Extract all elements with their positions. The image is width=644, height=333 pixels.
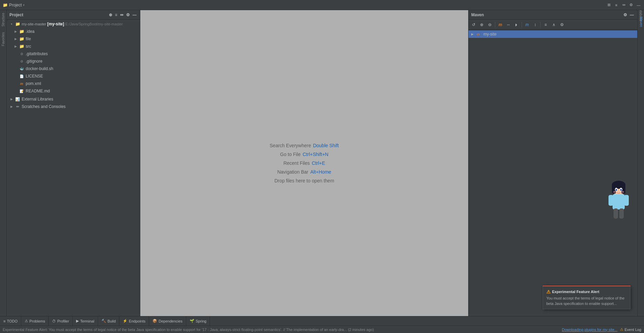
project-panel: Project ⊕ ≡ ⇔ ⚙ — ▾ 📁 my-site-master [my…	[7, 10, 140, 316]
dependencies-icon: 📦	[152, 319, 157, 323]
tree-label-pom: pom.xml	[26, 81, 41, 86]
anime-character	[603, 181, 634, 221]
title-minimize-icon[interactable]: —	[636, 2, 641, 8]
maven-panel: Maven ⚙ — ↺ ⊕ ⊖ m ↔ ⏵ m ↕ ≡ ∧ ⚙ ▶	[468, 10, 637, 316]
tree-arrow-gitattributes	[14, 52, 18, 56]
panel-header-icons: ⊕ ≡ ⇔ ⚙ —	[108, 12, 137, 18]
hint-search: Search Everywhere Double Shift	[270, 143, 339, 148]
tab-profiler-label: Profiler	[57, 319, 69, 323]
maven-btn-remove[interactable]: ⊖	[486, 21, 494, 28]
tab-todo[interactable]: ≡ TODO	[0, 316, 21, 326]
tree-icon-root: 📁	[15, 21, 20, 27]
maven-header: Maven ⚙ —	[469, 10, 637, 20]
hint-recent-text: Recent Files	[283, 160, 310, 166]
maven-tree-item-mysite[interactable]: ▶ m my-site	[469, 30, 637, 38]
tree-item-gitignore[interactable]: ⚙ .gitignore	[7, 58, 140, 65]
tree-item-file[interactable]: ▶ 📁 file	[7, 35, 140, 43]
hint-navbar-key: Alt+Home	[310, 169, 331, 175]
maven-minimize-icon[interactable]: —	[629, 12, 635, 18]
tree-item-external[interactable]: ▶ 📊 External Libraries	[7, 95, 140, 103]
tree-item-readme[interactable]: 📝 README.md	[7, 87, 140, 95]
maven-separator-2	[522, 22, 522, 27]
panel-split-icon[interactable]: ⇔	[119, 12, 124, 18]
tree-icon-license: 📄	[19, 73, 24, 79]
maven-btn-list[interactable]: ≡	[542, 21, 549, 28]
main-layout: Structure Favorites Project ⊕ ≡ ⇔ ⚙ — ▾ …	[0, 10, 644, 316]
svg-rect-1	[613, 194, 625, 209]
maven-toolbar: ↺ ⊕ ⊖ m ↔ ⏵ m ↕ ≡ ∧ ⚙	[469, 20, 637, 30]
status-bar: Experimental Feature Alert: You must acc…	[0, 326, 644, 333]
tree-item-src[interactable]: ▶ 📁 src	[7, 43, 140, 50]
notification-title-text: Experimental Feature Alert	[552, 290, 599, 294]
notification-popup: ⚠ Experimental Feature Alert You must ac…	[543, 286, 630, 309]
tree-icon-idea: 📁	[19, 29, 24, 34]
tree-arrow-root: ▾	[9, 22, 14, 26]
maven-item-label: my-site	[483, 32, 497, 37]
maven-btn-settings[interactable]: ⚙	[558, 21, 566, 28]
maven-btn-refresh[interactable]: ↺	[470, 21, 477, 28]
editor-area: Search Everywhere Double Shift Go to Fil…	[140, 10, 468, 316]
maven-btn-expand[interactable]: ↕	[531, 21, 539, 28]
tab-problems[interactable]: ⚠ Problems	[21, 316, 49, 326]
tree-label-idea: .idea	[26, 29, 34, 34]
hint-drop: Drop files here to open them	[275, 178, 334, 183]
status-event-label: Event Log	[624, 328, 641, 332]
status-downloading-text[interactable]: Downloading plugins for my site...	[562, 328, 617, 332]
tab-build[interactable]: 🔨 Build	[98, 316, 119, 326]
tree-item-scratches[interactable]: ▶ ✏ Scratches and Consoles	[7, 103, 140, 110]
tree-item-idea[interactable]: ▶ 📁 .idea	[7, 28, 140, 35]
maven-btn-download[interactable]: ⏵	[513, 21, 520, 28]
problems-icon: ⚠	[25, 319, 28, 323]
maven-content-area: ▶ m my-site	[469, 30, 637, 316]
tree-item-root[interactable]: ▾ 📁 my-site-master [my-site] E:/Java/Spr…	[7, 20, 140, 28]
tree-arrow-readme	[14, 89, 18, 93]
panel-add-icon[interactable]: ⊕	[108, 12, 113, 18]
tree-icon-src: 📁	[19, 44, 24, 49]
maven-strip-label[interactable]: Maven	[637, 16, 644, 27]
status-alert-text: Experimental Feature Alert: You must acc…	[3, 328, 374, 332]
profiler-icon: ⏱	[52, 319, 56, 323]
panel-minimize-icon[interactable]: —	[132, 12, 137, 18]
tab-endpoints-label: Endpoints	[129, 319, 145, 323]
tab-dependencies[interactable]: 📦 Dependencies	[149, 316, 186, 326]
title-layout-icon[interactable]: ≡	[614, 2, 619, 8]
maven-btn-m[interactable]: m	[497, 21, 504, 28]
maven-btn-up[interactable]: ∧	[550, 21, 557, 28]
tree-item-docker[interactable]: 🐳 docker-build.sh	[7, 65, 140, 72]
status-event-log[interactable]: ⚠ Event Log	[620, 327, 641, 332]
hint-navbar-text: Navigation Bar	[277, 169, 308, 175]
title-dropdown-icon[interactable]: ▾	[23, 3, 25, 7]
terminal-icon: ▶	[76, 319, 79, 323]
title-project-text: Project	[9, 3, 22, 7]
tab-profiler[interactable]: ⏱ Profiler	[49, 316, 73, 326]
tree-item-gitattributes[interactable]: ⚙ .gitattributes	[7, 50, 140, 58]
structure-label[interactable]: Structure	[1, 10, 6, 29]
tab-todo-label: TODO	[7, 319, 18, 323]
title-bar: 📁 Project ▾ ⊞ ≡ ⇔ ⚙ —	[0, 0, 644, 10]
svg-point-13	[616, 190, 617, 191]
tab-spring[interactable]: 🌱 Spring	[186, 316, 210, 326]
tree-icon-scratches: ✏	[15, 104, 20, 109]
favorites-label[interactable]: Favorites	[1, 29, 6, 49]
tree-icon-external: 📊	[15, 96, 20, 102]
maven-btn-m2[interactable]: m	[523, 21, 531, 28]
tab-endpoints[interactable]: ⚡ Endpoints	[119, 316, 149, 326]
title-sync-icon[interactable]: ⊞	[606, 2, 612, 8]
panel-settings-icon[interactable]: ⚙	[125, 12, 130, 18]
tree-item-license[interactable]: 📄 LICENSE	[7, 72, 140, 80]
tab-terminal[interactable]: ▶ Terminal	[73, 316, 98, 326]
title-split-icon[interactable]: ⇔	[621, 2, 626, 8]
panel-layout-icon[interactable]: ≡	[114, 12, 118, 18]
tree-label-gitattributes: .gitattributes	[26, 51, 48, 56]
tree-item-pom[interactable]: m pom.xml	[7, 80, 140, 87]
build-icon: 🔨	[101, 319, 106, 323]
maven-settings-icon[interactable]: ⚙	[623, 12, 628, 18]
maven-btn-sync[interactable]: ↔	[505, 21, 512, 28]
notification-title: ⚠ Experimental Feature Alert	[546, 289, 627, 294]
maven-item-arrow: ▶	[471, 32, 475, 36]
maven-btn-add[interactable]: ⊕	[478, 21, 485, 28]
project-folder-icon: 📁	[3, 3, 8, 7]
svg-rect-3	[624, 195, 629, 206]
title-settings-icon[interactable]: ⚙	[628, 2, 634, 8]
hint-navbar: Navigation Bar Alt+Home	[277, 169, 331, 175]
